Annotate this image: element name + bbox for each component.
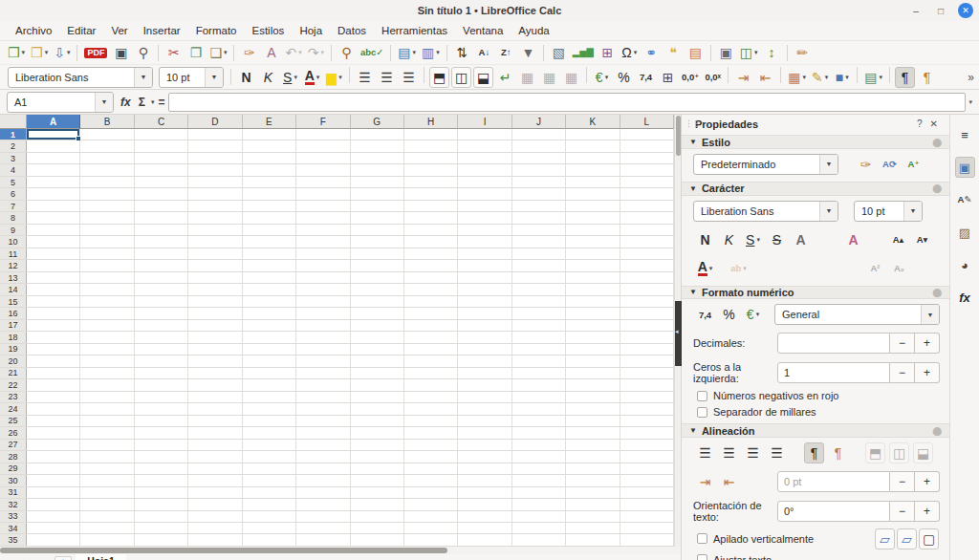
center-vertically[interactable]: ◫ (451, 67, 471, 88)
find-replace[interactable]: ⚲ (337, 42, 357, 63)
cell-C33[interactable] (135, 511, 188, 522)
cell-A8[interactable] (27, 212, 80, 223)
cell-B3[interactable] (80, 153, 134, 163)
italic[interactable]: K (258, 67, 278, 88)
decrease-indent[interactable]: ⇤ (719, 471, 739, 492)
cell-H21[interactable] (404, 368, 458, 378)
formula-input[interactable] (168, 93, 966, 112)
cell-D29[interactable] (188, 463, 242, 474)
chevron-down-icon[interactable]: ▼ (205, 68, 223, 87)
cell-L7[interactable] (620, 201, 674, 211)
column-header-I[interactable]: I (458, 115, 511, 129)
cell-G7[interactable] (351, 201, 404, 211)
cell-J31[interactable] (512, 487, 566, 498)
row-header-14[interactable]: 14 (0, 284, 27, 294)
text-direction-tilt-right[interactable]: ▱ (897, 528, 917, 549)
cell-C32[interactable] (135, 499, 188, 509)
row-header-24[interactable]: 24 (0, 403, 27, 414)
cell-C3[interactable] (135, 153, 188, 163)
cell-L4[interactable] (620, 164, 674, 175)
row-header-7[interactable]: 7 (0, 201, 27, 211)
cell-D2[interactable] (188, 140, 242, 151)
cell-J15[interactable] (512, 296, 566, 307)
cell-D1[interactable] (188, 129, 242, 140)
cell-L21[interactable] (620, 368, 674, 378)
cell-D35[interactable] (188, 534, 242, 545)
new-document[interactable]: ❒▾ (6, 42, 27, 63)
cell-G19[interactable] (351, 344, 404, 355)
cell-K1[interactable] (566, 129, 620, 140)
cell-D11[interactable] (188, 248, 242, 259)
cell-E30[interactable] (243, 475, 296, 485)
cell-B6[interactable] (80, 188, 134, 199)
menu-ver[interactable]: Ver (103, 24, 135, 37)
delete-decimal[interactable]: 0,0ˣ (703, 67, 723, 88)
print-preview[interactable]: ⚲ (133, 42, 153, 63)
cell-A19[interactable] (27, 344, 80, 355)
cell-I20[interactable] (458, 355, 511, 366)
cell-A27[interactable] (27, 440, 80, 450)
column-header-G[interactable]: G (351, 115, 404, 129)
row-header-34[interactable]: 34 (0, 523, 27, 533)
cell-A31[interactable] (27, 487, 80, 498)
cell-C28[interactable] (135, 451, 188, 462)
cell-C4[interactable] (135, 164, 188, 175)
cell-J33[interactable] (512, 511, 566, 522)
cell-G2[interactable] (351, 140, 404, 151)
cell-K13[interactable] (566, 272, 620, 283)
cell-B34[interactable] (80, 523, 134, 533)
cell-A11[interactable] (27, 248, 80, 259)
cell-K31[interactable] (566, 487, 620, 498)
cell-I2[interactable] (458, 140, 511, 151)
cell-C27[interactable] (135, 440, 188, 450)
cell-A5[interactable] (27, 177, 80, 187)
cell-B18[interactable] (80, 332, 134, 342)
cell-E16[interactable] (243, 308, 296, 318)
cell-E3[interactable] (243, 153, 296, 163)
cell-H35[interactable] (404, 534, 458, 545)
cell-K22[interactable] (566, 379, 620, 390)
row-header-21[interactable]: 21 (0, 368, 27, 378)
cell-F32[interactable] (296, 499, 350, 509)
cell-K24[interactable] (566, 403, 620, 414)
text-rtl[interactable]: ¶ (828, 442, 848, 463)
cell-B7[interactable] (80, 201, 134, 211)
cell-G21[interactable] (351, 368, 404, 378)
cell-H2[interactable] (404, 140, 458, 151)
sidebar-font-name-combo[interactable]: Liberation Sans ▼ (693, 201, 838, 222)
row-header-32[interactable]: 32 (0, 499, 27, 509)
cell-F28[interactable] (296, 451, 350, 462)
cell-L8[interactable] (620, 212, 674, 223)
cell-J24[interactable] (512, 403, 566, 414)
bold[interactable]: N (695, 229, 715, 250)
italic[interactable]: K (719, 229, 739, 250)
chevron-down-icon[interactable]: ▼ (819, 202, 838, 221)
cell-D18[interactable] (188, 332, 242, 342)
date-format[interactable]: ⊞ (658, 67, 678, 88)
cell-I13[interactable] (458, 272, 511, 283)
cell-L5[interactable] (620, 177, 674, 187)
cell-H17[interactable] (404, 320, 458, 331)
cell-E8[interactable] (243, 212, 296, 223)
cell-B4[interactable] (80, 164, 134, 175)
borders[interactable]: ▦▾ (786, 67, 808, 88)
cell-I12[interactable] (458, 260, 511, 270)
minimize-icon[interactable]: – (908, 3, 924, 18)
indent-decrease-button[interactable]: − (890, 471, 915, 492)
cell-K6[interactable] (566, 188, 620, 199)
text-direction-square[interactable]: ▢ (919, 528, 939, 549)
cell-F30[interactable] (296, 475, 350, 485)
cell-G9[interactable] (351, 225, 404, 235)
cell-I15[interactable] (458, 296, 511, 307)
section-estilo-header[interactable]: ▼ Estilo ⬤ (682, 135, 949, 149)
border-style[interactable]: ✎▾ (810, 67, 830, 88)
cell-B31[interactable] (80, 487, 134, 498)
cell-J4[interactable] (512, 164, 566, 175)
font-color[interactable]: A▾ (695, 258, 715, 279)
cell-L16[interactable] (620, 308, 674, 318)
cell-I3[interactable] (458, 153, 511, 163)
cell-A28[interactable] (27, 451, 80, 462)
cell-C31[interactable] (135, 487, 188, 498)
chevron-down-icon[interactable]: ▼ (134, 68, 152, 87)
orientacion-increase-button[interactable]: + (915, 501, 940, 522)
